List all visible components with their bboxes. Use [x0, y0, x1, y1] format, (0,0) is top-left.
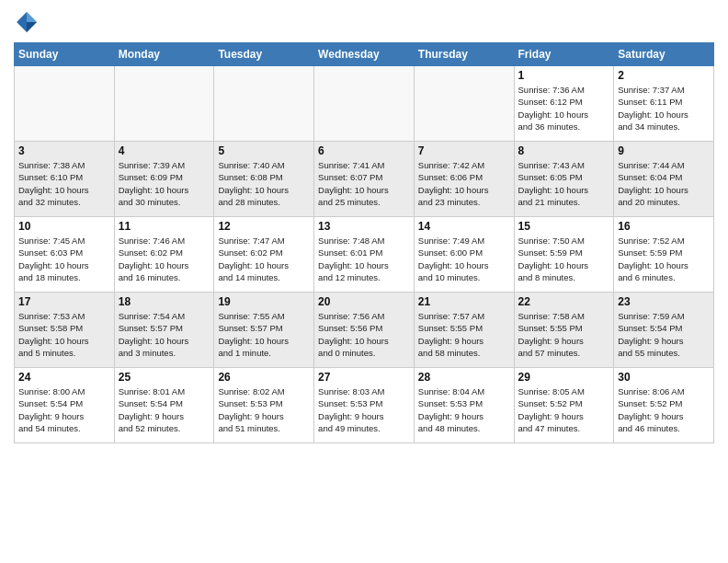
- day-number: 15: [518, 220, 610, 233]
- day-info: Sunrise: 7:37 AM Sunset: 6:11 PM Dayligh…: [618, 84, 710, 132]
- day-info: Sunrise: 7:43 AM Sunset: 6:05 PM Dayligh…: [518, 159, 610, 208]
- day-number: 4: [119, 144, 210, 157]
- day-info: Sunrise: 7:48 AM Sunset: 6:01 PM Dayligh…: [318, 235, 410, 283]
- day-info: Sunrise: 7:42 AM Sunset: 6:06 PM Dayligh…: [418, 159, 510, 208]
- weekday-header-thursday: Thursday: [414, 43, 514, 66]
- weekday-header-wednesday: Wednesday: [314, 43, 415, 66]
- calendar-cell: 13Sunrise: 7:48 AM Sunset: 6:01 PM Dayli…: [314, 217, 415, 293]
- day-info: Sunrise: 8:06 AM Sunset: 5:52 PM Dayligh…: [618, 385, 710, 434]
- day-info: Sunrise: 8:02 AM Sunset: 5:53 PM Dayligh…: [218, 385, 310, 434]
- day-number: 28: [418, 371, 510, 384]
- day-info: Sunrise: 7:41 AM Sunset: 6:07 PM Dayligh…: [318, 159, 410, 208]
- day-info: Sunrise: 8:01 AM Sunset: 5:54 PM Dayligh…: [119, 385, 210, 434]
- weekday-header-tuesday: Tuesday: [214, 43, 314, 66]
- day-number: 22: [518, 295, 610, 308]
- svg-marker-2: [27, 22, 37, 32]
- day-info: Sunrise: 7:59 AM Sunset: 5:54 PM Dayligh…: [618, 310, 710, 359]
- calendar-cell: 25Sunrise: 8:01 AM Sunset: 5:54 PM Dayli…: [114, 368, 214, 443]
- day-number: 5: [218, 144, 310, 157]
- day-number: 20: [318, 295, 410, 308]
- weekday-header-saturday: Saturday: [614, 43, 714, 66]
- day-number: 26: [218, 371, 310, 384]
- calendar-cell: [114, 66, 214, 142]
- calendar-cell: 15Sunrise: 7:50 AM Sunset: 5:59 PM Dayli…: [514, 217, 614, 293]
- calendar-table: SundayMondayTuesdayWednesdayThursdayFrid…: [14, 42, 714, 443]
- day-number: 14: [418, 220, 510, 233]
- calendar-cell: [15, 66, 115, 142]
- calendar-cell: 4Sunrise: 7:39 AM Sunset: 6:09 PM Daylig…: [114, 142, 214, 217]
- day-info: Sunrise: 7:44 AM Sunset: 6:04 PM Dayligh…: [618, 159, 710, 208]
- calendar-cell: 10Sunrise: 7:45 AM Sunset: 6:03 PM Dayli…: [15, 217, 115, 293]
- calendar-cell: 19Sunrise: 7:55 AM Sunset: 5:57 PM Dayli…: [214, 293, 314, 368]
- day-number: 24: [18, 371, 110, 384]
- day-info: Sunrise: 7:53 AM Sunset: 5:58 PM Dayligh…: [18, 310, 110, 359]
- week-row-3: 10Sunrise: 7:45 AM Sunset: 6:03 PM Dayli…: [15, 217, 714, 293]
- day-number: 12: [218, 220, 310, 233]
- calendar-cell: 29Sunrise: 8:05 AM Sunset: 5:52 PM Dayli…: [514, 368, 614, 443]
- day-info: Sunrise: 7:38 AM Sunset: 6:10 PM Dayligh…: [18, 159, 110, 208]
- calendar-cell: 20Sunrise: 7:56 AM Sunset: 5:56 PM Dayli…: [314, 293, 415, 368]
- calendar-cell: 14Sunrise: 7:49 AM Sunset: 6:00 PM Dayli…: [414, 217, 514, 293]
- weekday-header-sunday: Sunday: [15, 43, 115, 66]
- calendar-cell: 12Sunrise: 7:47 AM Sunset: 6:02 PM Dayli…: [214, 217, 314, 293]
- calendar-cell: 1Sunrise: 7:36 AM Sunset: 6:12 PM Daylig…: [514, 66, 614, 142]
- day-number: 7: [418, 144, 510, 157]
- day-info: Sunrise: 7:50 AM Sunset: 5:59 PM Dayligh…: [518, 235, 610, 283]
- day-info: Sunrise: 7:40 AM Sunset: 6:08 PM Dayligh…: [218, 159, 310, 208]
- calendar-cell: 6Sunrise: 7:41 AM Sunset: 6:07 PM Daylig…: [314, 142, 415, 217]
- header: [14, 9, 714, 35]
- day-info: Sunrise: 7:58 AM Sunset: 5:55 PM Dayligh…: [518, 310, 610, 359]
- day-number: 11: [119, 220, 210, 233]
- calendar-cell: 27Sunrise: 8:03 AM Sunset: 5:53 PM Dayli…: [314, 368, 415, 443]
- calendar-cell: [314, 66, 415, 142]
- day-number: 27: [318, 371, 410, 384]
- calendar-cell: 28Sunrise: 8:04 AM Sunset: 5:53 PM Dayli…: [414, 368, 514, 443]
- day-info: Sunrise: 7:45 AM Sunset: 6:03 PM Dayligh…: [18, 235, 110, 283]
- day-number: 2: [618, 69, 710, 82]
- logo: [14, 9, 43, 35]
- weekday-header-friday: Friday: [514, 43, 614, 66]
- day-info: Sunrise: 8:03 AM Sunset: 5:53 PM Dayligh…: [318, 385, 410, 434]
- day-number: 3: [18, 144, 110, 157]
- weekday-header-monday: Monday: [114, 43, 214, 66]
- day-info: Sunrise: 8:05 AM Sunset: 5:52 PM Dayligh…: [518, 385, 610, 434]
- svg-marker-1: [27, 12, 37, 22]
- day-info: Sunrise: 7:56 AM Sunset: 5:56 PM Dayligh…: [318, 310, 410, 359]
- calendar-cell: 8Sunrise: 7:43 AM Sunset: 6:05 PM Daylig…: [514, 142, 614, 217]
- day-info: Sunrise: 7:47 AM Sunset: 6:02 PM Dayligh…: [218, 235, 310, 283]
- calendar-cell: 18Sunrise: 7:54 AM Sunset: 5:57 PM Dayli…: [114, 293, 214, 368]
- calendar-cell: 5Sunrise: 7:40 AM Sunset: 6:08 PM Daylig…: [214, 142, 314, 217]
- calendar-cell: 24Sunrise: 8:00 AM Sunset: 5:54 PM Dayli…: [15, 368, 115, 443]
- calendar-cell: [214, 66, 314, 142]
- calendar-cell: 23Sunrise: 7:59 AM Sunset: 5:54 PM Dayli…: [614, 293, 714, 368]
- day-number: 8: [518, 144, 610, 157]
- week-row-5: 24Sunrise: 8:00 AM Sunset: 5:54 PM Dayli…: [15, 368, 714, 443]
- page: SundayMondayTuesdayWednesdayThursdayFrid…: [0, 0, 728, 563]
- day-number: 1: [518, 69, 610, 82]
- day-info: Sunrise: 7:36 AM Sunset: 6:12 PM Dayligh…: [518, 84, 610, 132]
- calendar-cell: 26Sunrise: 8:02 AM Sunset: 5:53 PM Dayli…: [214, 368, 314, 443]
- day-number: 25: [119, 371, 210, 384]
- calendar-cell: [414, 66, 514, 142]
- week-row-2: 3Sunrise: 7:38 AM Sunset: 6:10 PM Daylig…: [15, 142, 714, 217]
- day-number: 21: [418, 295, 510, 308]
- calendar-cell: 9Sunrise: 7:44 AM Sunset: 6:04 PM Daylig…: [614, 142, 714, 217]
- day-info: Sunrise: 8:04 AM Sunset: 5:53 PM Dayligh…: [418, 385, 510, 434]
- day-number: 10: [18, 220, 110, 233]
- day-number: 19: [218, 295, 310, 308]
- day-number: 6: [318, 144, 410, 157]
- calendar-cell: 3Sunrise: 7:38 AM Sunset: 6:10 PM Daylig…: [15, 142, 115, 217]
- day-info: Sunrise: 7:46 AM Sunset: 6:02 PM Dayligh…: [119, 235, 210, 283]
- weekday-header-row: SundayMondayTuesdayWednesdayThursdayFrid…: [15, 43, 714, 66]
- calendar-cell: 30Sunrise: 8:06 AM Sunset: 5:52 PM Dayli…: [614, 368, 714, 443]
- calendar-cell: 21Sunrise: 7:57 AM Sunset: 5:55 PM Dayli…: [414, 293, 514, 368]
- day-info: Sunrise: 7:55 AM Sunset: 5:57 PM Dayligh…: [218, 310, 310, 359]
- calendar-cell: 11Sunrise: 7:46 AM Sunset: 6:02 PM Dayli…: [114, 217, 214, 293]
- day-info: Sunrise: 7:49 AM Sunset: 6:00 PM Dayligh…: [418, 235, 510, 283]
- day-number: 17: [18, 295, 110, 308]
- day-info: Sunrise: 7:39 AM Sunset: 6:09 PM Dayligh…: [119, 159, 210, 208]
- day-number: 16: [618, 220, 710, 233]
- day-number: 29: [518, 371, 610, 384]
- logo-icon: [14, 9, 40, 35]
- calendar-cell: 17Sunrise: 7:53 AM Sunset: 5:58 PM Dayli…: [15, 293, 115, 368]
